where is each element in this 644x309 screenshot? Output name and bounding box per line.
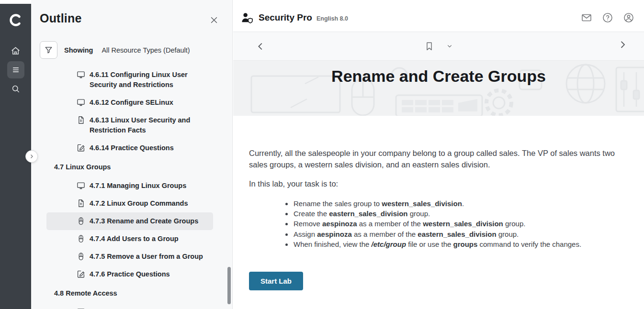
- video-icon: [77, 98, 85, 107]
- task-intro: In this lab, your task is to:: [249, 178, 624, 189]
- outline-item-label: 4.7.4 Add Users to a Group: [90, 234, 179, 244]
- filter-showing-label: Showing: [64, 46, 93, 54]
- outline-item-label: 4.6.11 Configuring Linux User Security a…: [90, 70, 209, 90]
- lab-icon: [77, 252, 85, 261]
- account-icon: [623, 12, 634, 23]
- home-button[interactable]: [7, 42, 24, 59]
- course-title: Security Pro: [259, 12, 312, 23]
- edit-icon: [77, 143, 85, 152]
- outline-section-header[interactable]: 4.8 Remote Access: [31, 283, 232, 303]
- chevron-right-icon: [29, 154, 34, 159]
- mail-icon: [581, 12, 592, 23]
- lab-icon: [77, 217, 85, 225]
- search-button[interactable]: [7, 80, 24, 98]
- messages-button[interactable]: [581, 12, 592, 23]
- outline-item-label: 4.7.3 Rename and Create Groups: [90, 216, 198, 226]
- resource-filter-row: Showing All Resource Types (Default): [40, 41, 232, 59]
- logo-c-icon: [9, 13, 23, 27]
- outline-scrollbar-thumb[interactable]: [227, 267, 231, 304]
- outline-item-label: 4.7.2 Linux Group Commands: [90, 199, 188, 209]
- app-root: Outline Showing All Resource Types (Defa…: [0, 0, 644, 309]
- task-list: Rename the sales group to western_sales_…: [293, 199, 625, 249]
- bookmark-button[interactable]: [424, 41, 435, 52]
- chevron-down-icon: [446, 43, 453, 50]
- outline-item[interactable]: 4.6.13 Linux User Security and Restricti…: [46, 111, 213, 139]
- outline-item-label: 4.7.5 Remove a User from a Group: [90, 252, 203, 262]
- filter-funnel-icon: [44, 45, 53, 55]
- header-icons: [581, 12, 634, 23]
- edit-icon: [77, 270, 85, 278]
- outline-panel: Outline Showing All Resource Types (Defa…: [31, 0, 233, 309]
- outline-item-label: 4.8.1 Remote Access: [90, 307, 158, 309]
- panel-collapse-button[interactable]: [25, 150, 38, 163]
- outline-item[interactable]: 4.7.6 Practice Questions: [46, 265, 213, 283]
- sidebar-nav: [7, 42, 24, 98]
- filter-value: All Resource Types (Default): [102, 46, 190, 54]
- outline-item-label: 4.6.14 Practice Questions: [90, 143, 174, 153]
- bookmark-controls: [424, 41, 453, 52]
- outline-item-label: 4.6.13 Linux User Security and Restricti…: [90, 115, 209, 135]
- chevron-left-icon: [255, 41, 266, 52]
- outline-item[interactable]: 4.7.5 Remove a User from a Group: [46, 248, 213, 265]
- outline-section-header[interactable]: 4.7 Linux Groups: [31, 157, 232, 177]
- document-icon: [77, 199, 85, 208]
- chevron-right-icon: [619, 41, 630, 52]
- outline-close-button[interactable]: [207, 13, 221, 28]
- outline-menu-button[interactable]: [7, 61, 24, 78]
- outline-item[interactable]: 4.6.14 Practice Questions: [46, 139, 213, 157]
- course-person-shield-icon: [241, 12, 254, 23]
- bookmark-menu-button[interactable]: [446, 43, 453, 50]
- outline-item[interactable]: 4.8.1 Remote Access: [46, 303, 213, 309]
- video-icon: [77, 70, 85, 79]
- main-area: Security Pro English 8.0: [233, 0, 644, 309]
- menu-icon: [11, 65, 21, 75]
- bookmark-icon: [424, 41, 435, 52]
- filter-button[interactable]: [40, 41, 57, 59]
- home-icon: [11, 46, 21, 56]
- outline-list: 4.6.11 Configuring Linux User Security a…: [31, 66, 232, 309]
- app-logo: [9, 10, 23, 31]
- search-icon: [11, 84, 21, 94]
- scenario-paragraph: Currently, all the salespeople in your c…: [249, 147, 624, 170]
- lesson-navbar: [233, 32, 644, 60]
- account-button[interactable]: [623, 12, 634, 23]
- lab-description: Currently, all the salespeople in your c…: [233, 116, 644, 290]
- help-button[interactable]: [602, 12, 613, 23]
- task-list-item: Rename the sales group to western_sales_…: [293, 199, 625, 209]
- task-list-item: When finished, view the /etc/group file …: [293, 239, 625, 249]
- close-icon: [209, 15, 219, 25]
- video-icon: [77, 181, 85, 190]
- task-list-item: Assign aespinoza as a member of the east…: [293, 229, 625, 239]
- next-lesson-button[interactable]: [619, 41, 630, 52]
- outline-item[interactable]: 4.6.11 Configuring Linux User Security a…: [46, 66, 213, 94]
- outline-item[interactable]: 4.6.12 Configure SELinux: [46, 94, 213, 111]
- help-icon: [602, 12, 613, 23]
- outline-item-label: 4.7.6 Practice Questions: [90, 269, 170, 279]
- lesson-title-banner: Rename and Create Groups: [233, 60, 644, 116]
- outline-scrollbar: [227, 0, 231, 309]
- outline-item[interactable]: 4.7.2 Linux Group Commands: [46, 195, 213, 212]
- start-lab-button[interactable]: Start Lab: [249, 272, 303, 290]
- lab-icon: [77, 234, 85, 243]
- task-list-item: Remove aespinoza as a member of the west…: [293, 219, 625, 229]
- outline-item-label: 4.6.12 Configure SELinux: [90, 98, 173, 108]
- course-header: Security Pro English 8.0: [233, 0, 644, 32]
- page-title: Rename and Create Groups: [233, 61, 644, 86]
- outline-item[interactable]: 4.7.4 Add Users to a Group: [46, 230, 213, 248]
- document-icon: [77, 116, 85, 124]
- previous-lesson-button[interactable]: [255, 41, 266, 52]
- outline-item[interactable]: 4.7.3 Rename and Create Groups: [46, 212, 213, 230]
- outline-item-label: 4.7.1 Managing Linux Groups: [90, 181, 186, 191]
- outline-panel-title: Outline: [40, 11, 82, 25]
- task-list-item: Create the eastern_sales_division group.: [293, 209, 625, 219]
- outline-item[interactable]: 4.7.1 Managing Linux Groups: [46, 177, 213, 195]
- course-edition: English 8.0: [316, 15, 348, 22]
